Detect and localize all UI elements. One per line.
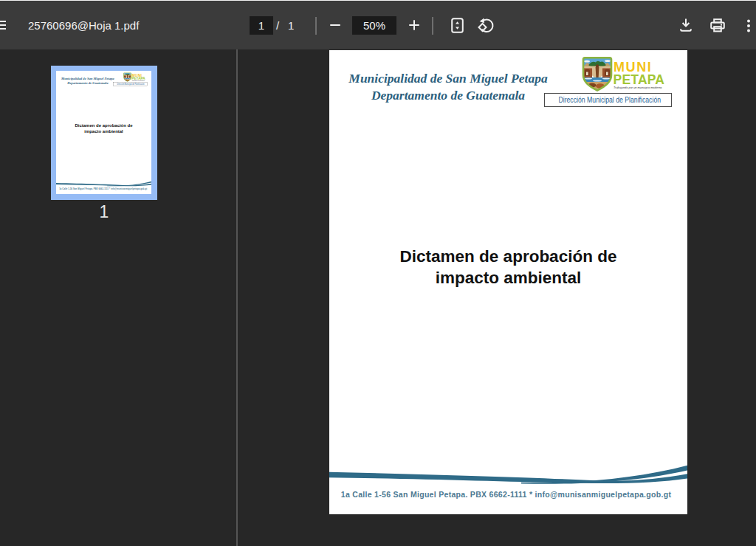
svg-text:Trabajando por un municipio mo: Trabajando por un municipio moderno xyxy=(132,80,145,81)
svg-text:Trabajando por un municipio mo: Trabajando por un municipio moderno xyxy=(614,86,662,89)
